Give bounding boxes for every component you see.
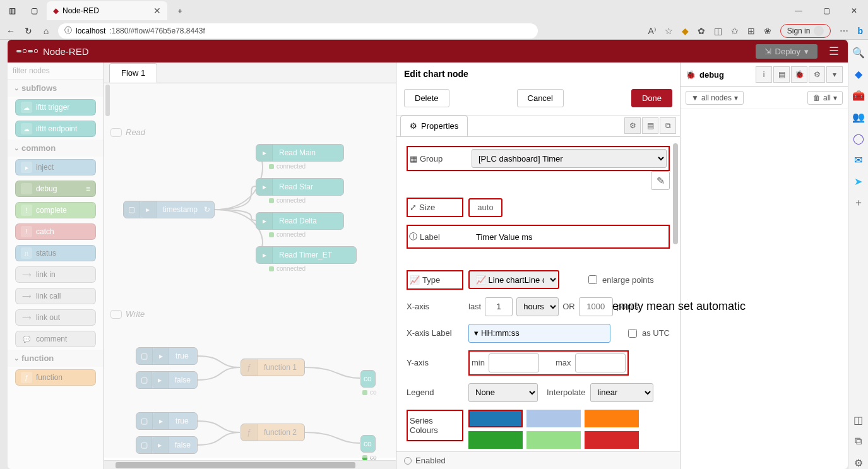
main-menu-icon[interactable]: ☰ <box>829 44 839 58</box>
side-tools-icon[interactable]: 🧰 <box>852 89 865 102</box>
side-settings-icon[interactable]: ⚙ <box>852 456 865 469</box>
read-aloud-icon[interactable]: A⁾ <box>648 26 655 36</box>
palette-node-status[interactable]: ⎍status <box>15 245 96 261</box>
node-function2[interactable]: ƒfunction 2 <box>241 424 305 441</box>
size-button[interactable]: auto <box>468 198 502 217</box>
palette-node-link-call[interactable]: ⟶link call <box>15 288 96 304</box>
tab-icon[interactable]: ▢ <box>25 1 44 20</box>
palette-node-function[interactable]: ƒfunction <box>15 369 96 386</box>
side-send-icon[interactable]: ➤ <box>852 175 865 187</box>
side-people-icon[interactable]: 👥 <box>852 110 865 123</box>
browser-tab-active[interactable]: ◆ Node-RED ✕ <box>47 1 167 20</box>
back-button[interactable]: ← <box>5 25 16 37</box>
utc-checkbox[interactable] <box>628 329 637 338</box>
side-shop-icon[interactable]: ◆ <box>852 68 865 80</box>
node-read-delta[interactable]: ▸Read Deltaconnected <box>256 212 344 230</box>
palette-category-subflows[interactable]: subflows <box>8 80 104 97</box>
ext2-icon[interactable]: ❀ <box>764 26 771 36</box>
bing-icon[interactable]: b <box>857 26 863 36</box>
group-select[interactable]: [PLC dashboard] Timer <box>472 149 667 168</box>
node-false2[interactable]: ▢▸false <box>136 436 198 454</box>
cancel-button[interactable]: Cancel <box>517 89 564 107</box>
swatch-0[interactable] <box>468 410 523 427</box>
xaxis-last-input[interactable] <box>485 297 513 316</box>
debug-book-icon[interactable]: ▤ <box>773 66 790 83</box>
swatch-4[interactable] <box>526 431 581 449</box>
tab-book-icon[interactable]: ▤ <box>642 117 658 134</box>
split-icon[interactable]: ◫ <box>714 26 722 36</box>
favorites-bar-icon[interactable]: ✩ <box>731 26 739 36</box>
node-out2[interactable]: coco <box>360 435 376 453</box>
node-read-timer[interactable]: ▸Read Timer_ETconnected <box>256 246 357 264</box>
palette-node-ifttt-trigger[interactable]: ☁ifttt trigger <box>15 99 96 116</box>
yaxis-max-input[interactable] <box>575 353 626 372</box>
tab-group-icon[interactable]: ▥ <box>3 1 22 20</box>
canvas-vscroll[interactable] <box>105 85 110 116</box>
comment-read[interactable]: Read <box>110 128 145 137</box>
tab-settings-icon[interactable]: ⚙ <box>624 117 641 134</box>
enlarge-checkbox[interactable] <box>588 275 597 284</box>
debug-gear-icon[interactable]: ⚙ <box>809 66 825 83</box>
node-function1[interactable]: ƒfunction 1 <box>241 359 305 376</box>
side-mail-icon[interactable]: ✉ <box>852 153 865 166</box>
palette-node-inject[interactable]: ▸inject <box>15 159 96 175</box>
swatch-5[interactable] <box>585 431 639 449</box>
legend-select[interactable]: None <box>468 383 538 402</box>
window-maximize[interactable]: ▢ <box>812 0 840 21</box>
properties-tab[interactable]: ⚙Properties <box>400 116 468 136</box>
tab-close-icon[interactable]: ✕ <box>153 6 161 16</box>
favorite-icon[interactable]: ☆ <box>665 26 673 36</box>
edit-group-button[interactable]: ✎ <box>651 171 670 190</box>
window-minimize[interactable]: — <box>785 0 812 21</box>
debug-bug-icon[interactable]: 🐞 <box>791 66 807 83</box>
debug-info-icon[interactable]: i <box>756 66 772 83</box>
node-read-main[interactable]: ▸Read Mainconnected <box>256 144 344 162</box>
idm-icon[interactable]: ◆ <box>682 26 689 36</box>
canvas-hscroll[interactable] <box>104 460 396 469</box>
edit-scrollbar[interactable] <box>673 143 678 244</box>
palette-category-function[interactable]: function <box>8 350 104 367</box>
address-bar[interactable]: ⓘ localhost:1880/#flow/476b5e78.8443f <box>58 23 538 39</box>
menu-icon[interactable]: ⋯ <box>840 26 848 36</box>
node-timestamp[interactable]: ▢▸timestamp↻ <box>123 201 215 218</box>
node-read-star[interactable]: ▸Read Starconnected <box>256 178 344 196</box>
site-info-icon[interactable]: ⓘ <box>64 25 72 36</box>
workspace-tab[interactable]: Flow 1 <box>109 63 157 83</box>
debug-clear[interactable]: 🗑all▾ <box>807 91 843 105</box>
yaxis-min-input[interactable] <box>489 353 539 372</box>
palette-node-link-out[interactable]: ⟶link out <box>15 309 96 326</box>
sign-in-button[interactable]: Sign in <box>780 24 831 38</box>
type-select[interactable]: 📈 Line chartLine chart <box>468 270 559 289</box>
done-button[interactable]: Done <box>631 89 672 107</box>
palette-node-ifttt-endpoint[interactable]: ☁ifttt endpoint <box>15 121 96 137</box>
side-add-icon[interactable]: ＋ <box>852 196 865 209</box>
label-input[interactable] <box>471 227 667 246</box>
node-out1[interactable]: coco <box>360 370 376 388</box>
enabled-toggle[interactable]: Enabled <box>396 451 680 469</box>
xaxis-label-select[interactable]: ▾HH:mm:ss <box>468 324 610 343</box>
swatch-2[interactable] <box>585 410 639 427</box>
palette-category-common[interactable]: common <box>8 140 104 157</box>
palette-node-catch[interactable]: !catch <box>15 223 96 240</box>
swatch-1[interactable] <box>526 410 581 427</box>
debug-filter-nodes[interactable]: ▼all nodes▾ <box>686 91 744 105</box>
delete-button[interactable]: Delete <box>404 89 449 107</box>
swatch-3[interactable] <box>468 431 523 449</box>
node-true1[interactable]: ▢▸true <box>136 347 198 365</box>
side-loop-icon[interactable]: ◯ <box>852 132 865 145</box>
node-true2[interactable]: ▢▸true <box>136 412 198 430</box>
refresh-button[interactable]: ↻ <box>23 25 34 37</box>
xaxis-unit-select[interactable]: hours <box>516 297 559 316</box>
palette-node-debug[interactable]: debug≡ <box>15 181 96 197</box>
node-false1[interactable]: ▢▸false <box>136 371 198 389</box>
side-panel-icon[interactable]: ◫ <box>852 413 865 426</box>
interpolate-select[interactable]: linear <box>590 383 653 402</box>
palette-node-comment[interactable]: 💬comment <box>15 331 96 347</box>
palette-node-link-in[interactable]: ⟶link in <box>15 266 96 283</box>
extension-icon[interactable]: ✿ <box>698 26 705 36</box>
tab-appearance-icon[interactable]: ⧉ <box>660 117 676 134</box>
xaxis-points-input[interactable] <box>579 297 613 316</box>
home-button[interactable]: ⌂ <box>40 25 52 37</box>
palette-filter[interactable] <box>8 62 104 80</box>
comment-write[interactable]: Write <box>110 309 145 319</box>
